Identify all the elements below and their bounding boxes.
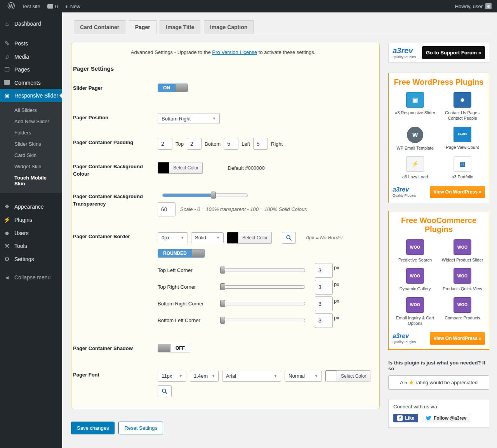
top-right-corner-slider[interactable] bbox=[220, 285, 305, 289]
transparency-slider-handle[interactable] bbox=[211, 192, 216, 199]
top-right-corner-input[interactable] bbox=[315, 280, 333, 295]
font-select-color-button[interactable]: Select Color bbox=[337, 370, 370, 382]
site-name-link[interactable]: Test site bbox=[18, 0, 44, 12]
bg-colour-swatch[interactable] bbox=[158, 162, 169, 174]
sidebar-item-media[interactable]: ♫Media bbox=[0, 50, 62, 63]
view-on-wordpress-button[interactable]: View On WordPress » bbox=[430, 332, 485, 345]
collapse-menu-button[interactable]: ◀Collapse menu bbox=[0, 271, 62, 284]
free-woocommerce-plugins-box: Free WooCommerce Plugins WOO Predictive … bbox=[388, 211, 489, 350]
support-forum-button[interactable]: Go to Support Forum » bbox=[422, 46, 485, 59]
submenu-add-new-slider[interactable]: Add New Slider bbox=[0, 116, 62, 127]
sidebar-item-comments[interactable]: Comments bbox=[0, 76, 62, 89]
line-height-select[interactable]: 1.4em ▼ bbox=[190, 371, 219, 382]
facebook-like-button[interactable]: f Like bbox=[393, 414, 418, 422]
bg-colour-picker[interactable]: Select Color bbox=[158, 162, 203, 174]
plugin-a3-lazy-load[interactable]: ⚡ a3 Lazy Load bbox=[393, 156, 438, 180]
plugin-dynamic-gallery[interactable]: WOO Dynamic Gallery bbox=[393, 268, 438, 291]
border-select-color-button[interactable]: Select Color bbox=[238, 232, 272, 244]
pager-position-label: Pager Position bbox=[72, 113, 158, 122]
unit-label: px bbox=[334, 280, 339, 287]
reset-settings-button[interactable]: Reset Settings bbox=[118, 422, 163, 434]
admin-bar-comments[interactable]: 0 bbox=[44, 0, 61, 12]
submenu-widget-skin[interactable]: Widget Skin bbox=[0, 161, 62, 172]
sidebar-item-posts[interactable]: ✎Posts bbox=[0, 37, 62, 50]
pro-version-license-link[interactable]: Pro Version License bbox=[212, 49, 257, 55]
pager-font-label: Pager Font bbox=[72, 370, 158, 379]
border-color-picker-button[interactable] bbox=[282, 232, 296, 244]
toggle-knob bbox=[158, 344, 170, 352]
save-changes-button[interactable]: Save changes bbox=[71, 422, 115, 434]
slider-pager-toggle[interactable]: ON bbox=[158, 84, 188, 92]
plugin-email-inquiry-cart-options[interactable]: WOO Email Inquiry & Cart Options bbox=[393, 297, 438, 326]
submenu-touch-mobile-skin[interactable]: Touch Mobile Skin bbox=[0, 172, 62, 189]
transparency-slider[interactable] bbox=[162, 193, 248, 197]
sidebar-item-settings[interactable]: ⚙Settings bbox=[0, 253, 62, 266]
slider-handle[interactable] bbox=[220, 283, 225, 290]
top-left-corner-input[interactable] bbox=[315, 263, 333, 278]
border-note: 0px = No Border bbox=[306, 235, 343, 241]
bottom-right-corner-slider[interactable] bbox=[220, 302, 305, 305]
sidebar-item-appearance[interactable]: ❖Appearance bbox=[0, 200, 62, 213]
plugin-page-view-count[interactable]: 10,250 Page View Count bbox=[440, 127, 485, 151]
plugin-a3-portfolio[interactable]: ▦ a3 Portfolio bbox=[440, 156, 485, 180]
twitter-follow-button[interactable]: Follow @a3rev bbox=[422, 414, 470, 422]
plugin-compare-products[interactable]: WOO Compare Products bbox=[440, 297, 485, 326]
plugin-a3-responsive-slider[interactable]: ▣ a3 Responsive Slider bbox=[393, 92, 438, 121]
rating-question: Is this plugin is just what you needed? … bbox=[388, 360, 489, 371]
rating-box[interactable]: A 5 ★ rating would be appreciated bbox=[388, 375, 489, 390]
slider-handle[interactable] bbox=[220, 317, 225, 324]
portfolio-plugin-icon: ▦ bbox=[454, 156, 471, 172]
plugin-products-quick-view[interactable]: WOO Products Quick View bbox=[440, 268, 485, 291]
tab-pager[interactable]: Pager bbox=[129, 20, 156, 34]
border-style-select[interactable]: Solid ▼ bbox=[191, 232, 224, 243]
plugin-contact-us-page[interactable]: ☻ Contact Us Page - Contact People bbox=[440, 92, 485, 121]
tab-card-container[interactable]: Card Container bbox=[74, 20, 125, 34]
sidebar-item-tools[interactable]: ⚒Tools bbox=[0, 239, 62, 253]
tab-image-title[interactable]: Image Title bbox=[160, 20, 200, 34]
border-colour-swatch[interactable] bbox=[227, 232, 238, 244]
sidebar-item-dashboard[interactable]: ⌂Dashboard bbox=[0, 17, 62, 30]
plugin-predictive-search[interactable]: WOO Predictive Search bbox=[393, 239, 438, 263]
pager-position-select[interactable]: Bottom Right ▼ bbox=[158, 113, 220, 124]
sidebar-item-pages[interactable]: ❐Pages bbox=[0, 63, 62, 76]
font-colour-swatch[interactable] bbox=[325, 370, 337, 382]
font-weight-select[interactable]: Normal ▼ bbox=[285, 371, 322, 382]
bottom-right-corner-input[interactable] bbox=[315, 296, 333, 311]
plugin-wp-email-template[interactable]: W WP Email Template bbox=[393, 127, 438, 151]
toggle-off-label: OFF bbox=[170, 344, 190, 352]
bottom-left-corner-input[interactable] bbox=[315, 313, 333, 328]
font-color-picker-button[interactable] bbox=[158, 385, 172, 397]
rounded-toggle[interactable]: ROUNDED bbox=[158, 249, 205, 258]
border-width-select[interactable]: 0px ▼ bbox=[158, 232, 188, 243]
padding-top-input[interactable] bbox=[158, 138, 172, 150]
howdy-user-link[interactable]: Howdy, user bbox=[455, 3, 483, 9]
view-on-wordpress-button[interactable]: View On WordPress » bbox=[430, 186, 485, 198]
new-content-menu[interactable]: +New bbox=[61, 0, 84, 12]
padding-left-input[interactable] bbox=[224, 138, 238, 150]
transparency-input[interactable] bbox=[158, 202, 176, 216]
sidebar-item-responsive-slider[interactable]: ◉Responsive Slider bbox=[0, 89, 62, 102]
chevron-down-icon: ▼ bbox=[212, 374, 215, 378]
shadow-toggle[interactable]: OFF bbox=[158, 344, 190, 352]
sidebar-item-users[interactable]: ☻Users bbox=[0, 227, 62, 239]
slider-handle[interactable] bbox=[220, 267, 225, 274]
tab-image-caption[interactable]: Image Caption bbox=[204, 20, 254, 34]
submenu-all-sliders[interactable]: All Sliders bbox=[0, 105, 62, 116]
user-avatar[interactable]: ☻ bbox=[485, 3, 492, 9]
submenu-card-skin[interactable]: Card Skin bbox=[0, 150, 62, 161]
wordpress-logo[interactable]: Ⓦ bbox=[4, 0, 18, 12]
font-size-select[interactable]: 11px ▼ bbox=[158, 371, 186, 382]
top-left-corner-slider[interactable] bbox=[220, 268, 305, 272]
submenu-folders[interactable]: Folders bbox=[0, 127, 62, 138]
padding-right-input[interactable] bbox=[253, 138, 268, 150]
font-colour-picker[interactable]: Select Color bbox=[325, 370, 370, 382]
bottom-left-corner-slider[interactable] bbox=[220, 319, 305, 322]
slider-handle[interactable] bbox=[220, 300, 225, 307]
bg-select-color-button[interactable]: Select Color bbox=[169, 162, 203, 174]
padding-bottom-input[interactable] bbox=[187, 138, 202, 150]
plugin-widget-product-slider[interactable]: WOO Widget Product Slider bbox=[440, 239, 485, 263]
sidebar-item-plugins[interactable]: ⚡Plugins bbox=[0, 213, 62, 227]
font-family-select[interactable]: Arial ▼ bbox=[222, 371, 281, 382]
submenu-slider-skins[interactable]: Slider Skins bbox=[0, 138, 62, 150]
border-colour-picker[interactable]: Select Color bbox=[227, 232, 272, 244]
